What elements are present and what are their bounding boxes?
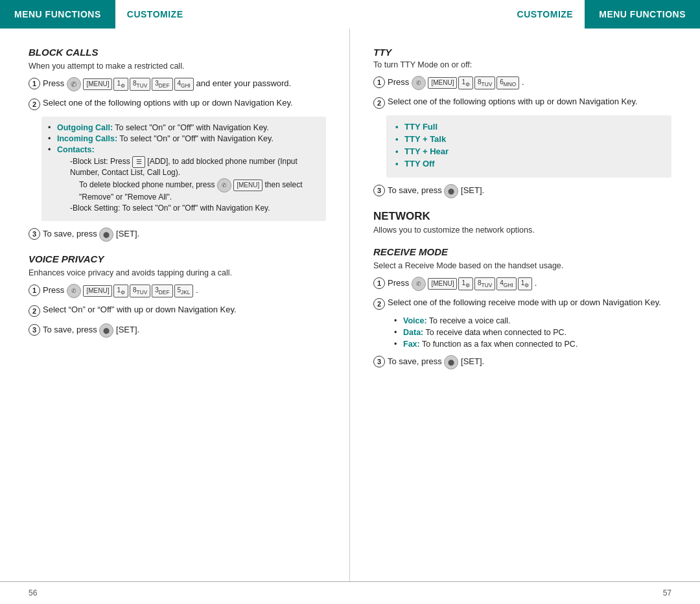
receive-mode-title: RECEIVE MODE [373,246,671,257]
rm-step3-content: To save, press ⬤ [SET]. [388,355,671,369]
vp-step1: 1 Press ✆ [MENU] 1⚙ 8TUV 3DEF 5JKL . [29,284,326,298]
tty-step2-content: Select one of the following options with… [388,97,671,106]
key-8: 8TUV [130,78,150,91]
rm-fax-item: Fax: To function as a fax when connected… [403,340,671,349]
tty-menu-key: [MENU] [428,77,457,89]
step3-key: [SET]. [116,229,139,238]
key-4: 4GHI [174,78,194,91]
content-area: BLOCK CALLS When you attempt to make a r… [0,29,700,581]
header-bar: MENU FUNCTIONS CUSTOMIZE CUSTOMIZE MENU … [0,0,700,29]
vp-step2-content: Select “On” or “Off” with up or down Nav… [43,305,326,314]
rm-call-key: ✆ [412,277,426,291]
block-calls-subtitle: When you attempt to make a restricted ca… [29,62,326,71]
voice-privacy-section: VOICE PRIVACY Enhances voice privacy and… [29,253,326,338]
rm-key-8: 8TUV [474,277,495,291]
vp-step2-num: 2 [29,305,40,317]
tty-full-option: TTY Full [395,122,662,132]
vp-step3-num: 3 [29,324,40,336]
vp-keys: [MENU] 1⚙ 8TUV 3DEF 5JKL [83,285,193,298]
step2-num: 2 [29,99,40,110]
vp-step3-content: To save, press ⬤ [SET]. [43,323,326,338]
rm-step3: 3 To save, press ⬤ [SET]. [373,355,671,369]
block-calls-step2: 2 Select one of the following options wi… [29,98,326,110]
tty-hear-option: TTY + Hear [395,146,662,156]
step1-keys: [MENU] 1⚙ 8TUV 3DEF 4GHI [83,78,193,91]
right-customize-badge: CUSTOMIZE [506,0,585,29]
step3-num: 3 [29,228,40,240]
vp-step3-text: To save, press [43,325,99,334]
right-page-number: 57 [663,588,671,598]
vp-step1-after: . [196,285,198,295]
vp-step3-key: [SET]. [116,325,139,334]
tty-keys: [MENU] 1⚙ 8TUV 6MNO [428,76,519,90]
tty-step3-num: 3 [373,185,385,196]
vp-menu-key: [MENU] [83,285,112,297]
rm-step3-num: 3 [373,356,385,367]
rm-set-key: ⬤ [444,355,458,369]
receive-mode-section: RECEIVE MODE Select a Receive Mode based… [373,246,671,369]
page-container: MENU FUNCTIONS CUSTOMIZE CUSTOMIZE MENU … [0,0,700,604]
right-column: TTY To turn TTY Mode on or off: 1 Press … [350,29,700,581]
step1-after: and enter your password. [196,78,292,88]
rm-step1-num: 1 [373,277,385,289]
rm-step1-content: Press ✆ [MENU] 1⚙ 8TUV 4GHI 1⚙ . [388,277,671,291]
rm-key-1b: 1⚙ [518,277,533,291]
voice-privacy-title: VOICE PRIVACY [29,253,326,264]
rm-press: Press [388,278,412,288]
delete-text: To delete blocked phone number, press ✆ … [70,178,317,202]
vp-key-1: 1⚙ [113,285,128,298]
network-section: NETWORK Allows you to customize the netw… [373,210,671,235]
tty-step2: 2 Select one of the following options wi… [373,97,671,109]
left-menu-functions-badge: MENU FUNCTIONS [0,0,115,29]
tty-call-key: ✆ [412,76,426,90]
step2-content: Select one of the following options with… [43,98,326,108]
vp-press: Press [43,285,67,295]
tty-options-box: TTY Full TTY + Talk TTY + Hear TTY Off [386,115,671,178]
vp-call-key: ✆ [67,284,81,298]
tty-press: Press [388,77,412,87]
vp-step1-content: Press ✆ [MENU] 1⚙ 8TUV 3DEF 5JKL . [43,284,326,298]
left-header: MENU FUNCTIONS CUSTOMIZE [0,0,350,29]
tty-step1-after: . [522,77,524,87]
vp-key-5: 5JKL [174,285,194,298]
network-subtitle: Allows you to customize the network opti… [373,226,671,235]
tty-step3-text: To save, press [388,185,444,195]
rm-data-item: Data: To receive data when connected to … [403,328,671,337]
rm-key-4: 4GHI [496,277,516,291]
vp-step3: 3 To save, press ⬤ [SET]. [29,323,326,338]
tty-title: TTY [373,47,671,58]
tty-key-8: 8TUV [474,76,495,90]
outgoing-call-item: Outgoing Call: To select "On" or "Off" w… [57,123,317,132]
vp-set-key: ⬤ [99,323,113,338]
tty-step3-key: [SET]. [461,185,484,195]
step1-content: Press ✆ [MENU] 1⚙ 8TUV 3DEF 4GHI and ent… [43,77,326,91]
tty-step1: 1 Press ✆ [MENU] 1⚙ 8TUV 6MNO . [373,76,671,90]
step3-text: To save, press [43,229,99,238]
rm-bullet-list: Voice: To receive a voice call. Data: To… [397,316,671,349]
step2-text: Select one of the following options with… [43,98,293,108]
call-key: ✆ [67,77,81,91]
tty-subtitle: To turn TTY Mode on or off: [373,60,671,69]
right-header: CUSTOMIZE MENU FUNCTIONS [350,0,700,29]
tty-key-1: 1⚙ [458,76,473,90]
vp-step2: 2 Select “On” or “Off” with up or down N… [29,305,326,317]
set-key-round: ⬤ [99,227,113,242]
rm-step2: 2 Select one of the following receive mo… [373,297,671,310]
block-calls-title: BLOCK CALLS [29,47,326,58]
rm-keys: [MENU] 1⚙ 8TUV 4GHI 1⚙ [428,277,532,291]
footer: 56 57 [0,581,700,604]
contacts-detail: -Block List: Press ☰ [ADD], to add block… [57,156,317,213]
vp-step1-num: 1 [29,285,40,296]
add-key-box: ☰ [132,156,145,168]
call-key2: ✆ [217,178,231,192]
left-column: BLOCK CALLS When you attempt to make a r… [0,29,350,581]
left-customize-badge: CUSTOMIZE [115,0,195,29]
rm-menu-key: [MENU] [428,278,457,290]
network-title: NETWORK [373,210,671,223]
menu-key2: [MENU] [233,180,262,191]
step1-num: 1 [29,78,40,89]
tty-step1-num: 1 [373,76,385,88]
rm-step2-content: Select one of the following receive mode… [388,297,671,307]
tty-step1-content: Press ✆ [MENU] 1⚙ 8TUV 6MNO . [388,76,671,90]
block-calls-options-box: Outgoing Call: To select "On" or "Off" w… [41,117,326,221]
